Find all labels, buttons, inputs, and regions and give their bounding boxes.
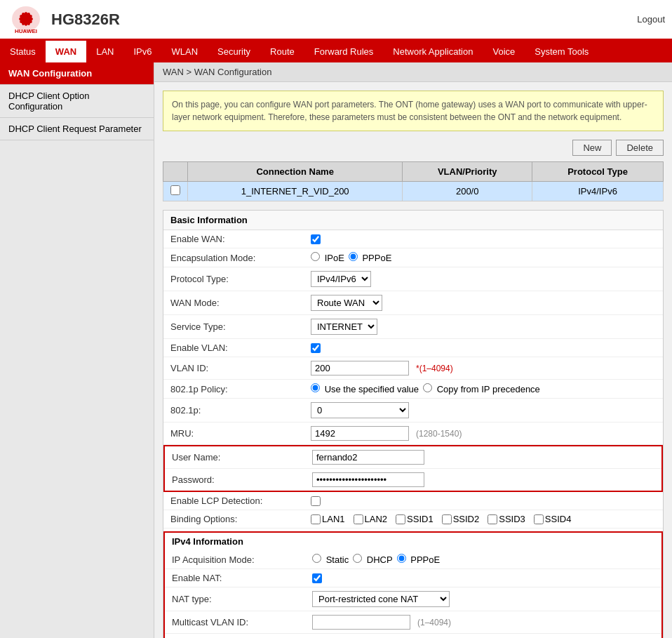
use-specified-radio[interactable]	[311, 383, 320, 392]
basic-info-title: Basic Information	[163, 211, 663, 230]
pppoe-ipv4-radio[interactable]	[397, 554, 406, 563]
lan1-checkbox[interactable]	[311, 514, 321, 524]
nav-ipv6[interactable]: IPv6	[124, 41, 162, 62]
nav-forward-rules[interactable]: Forward Rules	[304, 41, 384, 62]
nav-route[interactable]: Route	[260, 41, 304, 62]
lan2-binding[interactable]: LAN2	[354, 514, 388, 524]
breadcrumb: WAN > WAN Configuration	[154, 62, 672, 82]
main-layout: WAN Configuration DHCP Client Option Con…	[0, 62, 672, 638]
ipv4-multicast-label: Multicast VLAN ID:	[172, 617, 312, 627]
use-specified-label[interactable]: Use the specified value	[311, 383, 419, 394]
protocol-type-select[interactable]: IPv4/IPv6	[311, 271, 371, 287]
new-button[interactable]: New	[572, 140, 612, 156]
nav-lan[interactable]: LAN	[86, 41, 123, 62]
wan-mode-row: WAN Mode: Route WAN Bridge WAN	[163, 291, 663, 315]
ipv4-title: IPv4 Information	[165, 533, 661, 550]
enable-wan-checkbox[interactable]	[311, 234, 321, 244]
ssid3-binding[interactable]: SSID3	[488, 514, 525, 524]
vlan-id-input[interactable]	[311, 361, 409, 376]
ipv6-title: IPv6 Information	[165, 634, 661, 638]
info-box: On this page, you can configure WAN port…	[163, 91, 664, 131]
username-input[interactable]	[312, 450, 424, 465]
credentials-group: User Name: Password:	[163, 445, 663, 492]
nav-voice[interactable]: Voice	[483, 41, 525, 62]
delete-button[interactable]: Delete	[616, 140, 664, 156]
app-title: HG8326R	[51, 11, 120, 29]
policy-8021p-row: 802.1p Policy: Use the specified value C…	[163, 380, 663, 399]
protocol-type-row: Protocol Type: IPv4/IPv6	[163, 267, 663, 291]
nat-type-row: NAT type: Port-restricted cone NAT Full …	[165, 587, 661, 611]
static-radio[interactable]	[312, 554, 321, 563]
form-container: Basic Information Enable WAN: Encapsulat…	[163, 210, 664, 638]
ssid2-binding[interactable]: SSID2	[442, 514, 480, 524]
copy-ip-radio[interactable]	[423, 383, 432, 392]
binding-value: LAN1 LAN2 SSID1 SSID2 SSID3 SSID4	[311, 514, 656, 524]
nav-network-application[interactable]: Network Application	[383, 41, 483, 62]
enable-nat-checkbox[interactable]	[312, 573, 322, 583]
row-checkbox[interactable]	[170, 185, 180, 195]
ipoe-radio[interactable]	[311, 252, 320, 261]
ipoe-radio-label[interactable]: IPoE	[311, 252, 344, 263]
nav-wlan[interactable]: WLAN	[162, 41, 208, 62]
nav-status[interactable]: Status	[0, 41, 46, 62]
ssid1-binding[interactable]: SSID1	[396, 514, 434, 524]
pppoe-radio[interactable]	[349, 252, 358, 261]
enable-vlan-checkbox[interactable]	[311, 343, 321, 353]
8021p-val-label: 802.1p:	[170, 405, 311, 416]
service-type-value: INTERNET	[311, 319, 656, 335]
lcp-value	[311, 496, 656, 506]
dhcp-radio[interactable]	[353, 554, 362, 563]
password-input[interactable]	[312, 472, 424, 487]
8021p-val-row: 802.1p: 0123 4567	[163, 399, 663, 423]
lcp-row: Enable LCP Detection:	[163, 492, 663, 510]
enable-wan-row: Enable WAN:	[163, 230, 663, 248]
vlan-id-row: VLAN ID: *(1–4094)	[163, 357, 663, 380]
table-header-check	[163, 162, 188, 182]
service-type-select[interactable]: INTERNET	[311, 319, 377, 335]
sidebar-dhcp-option[interactable]: DHCP Client Option Configuration	[0, 85, 154, 118]
pppoe-radio-label[interactable]: PPPoE	[349, 252, 392, 263]
nav-security[interactable]: Security	[208, 41, 260, 62]
8021p-val-select[interactable]: 0123 4567	[311, 402, 409, 418]
ssid1-checkbox[interactable]	[396, 514, 405, 524]
ipv4-multicast-hint: (1–4094)	[417, 618, 451, 627]
encapsulation-value: IPoE PPPoE	[311, 252, 656, 263]
sidebar-dhcp-request[interactable]: DHCP Client Request Parameter	[0, 118, 154, 140]
policy-8021p-label: 802.1p Policy:	[170, 384, 311, 394]
wan-mode-label: WAN Mode:	[170, 298, 311, 308]
ipv4-acquisition-label: IP Acquisition Mode:	[172, 554, 312, 565]
copy-ip-label[interactable]: Copy from IP precedence	[423, 383, 540, 394]
wan-mode-select[interactable]: Route WAN Bridge WAN	[311, 295, 382, 311]
mru-label: MRU:	[170, 428, 311, 439]
ssid4-binding[interactable]: SSID4	[534, 514, 572, 524]
password-row: Password:	[165, 469, 661, 491]
ipv4-multicast-input[interactable]	[312, 615, 410, 630]
dhcp-radio-label[interactable]: DHCP	[353, 554, 392, 565]
static-radio-label[interactable]: Static	[312, 554, 349, 565]
nat-type-select[interactable]: Port-restricted cone NAT Full cone NAT A…	[312, 591, 450, 607]
logout-button[interactable]: Logout	[637, 14, 665, 25]
table-header-protocol-type: Protocol Type	[532, 162, 664, 182]
table-row[interactable]: 1_INTERNET_R_VID_200 200/0 IPv4/IPv6	[163, 182, 664, 201]
lcp-checkbox[interactable]	[311, 496, 321, 506]
binding-label: Binding Options:	[170, 514, 311, 524]
sidebar-wan-configuration[interactable]: WAN Configuration	[0, 62, 154, 85]
ipv4-multicast-row: Multicast VLAN ID: (1–4094)	[165, 611, 661, 634]
lan1-binding[interactable]: LAN1	[311, 514, 345, 524]
nav-wan[interactable]: WAN	[46, 41, 86, 62]
pppoe-ipv4-radio-label[interactable]: PPPoE	[397, 554, 441, 565]
service-type-label: Service Type:	[170, 321, 311, 332]
binding-row: Binding Options: LAN1 LAN2 SSID1 SSID2 S…	[163, 510, 663, 529]
ssid4-checkbox[interactable]	[534, 514, 544, 524]
mru-input[interactable]	[311, 426, 409, 441]
nav-system-tools[interactable]: System Tools	[525, 41, 598, 62]
username-label: User Name:	[172, 452, 312, 463]
enable-nat-value	[312, 573, 654, 583]
lan2-checkbox[interactable]	[354, 514, 363, 524]
ipv4-multicast-value: (1–4094)	[312, 615, 654, 630]
encapsulation-row: Encapsulation Mode: IPoE PPPoE	[163, 248, 663, 267]
ssid3-checkbox[interactable]	[488, 514, 497, 524]
toolbar: New Delete	[163, 140, 664, 156]
ssid2-checkbox[interactable]	[442, 514, 452, 524]
content-inner: On this page, you can configure WAN port…	[154, 82, 672, 638]
